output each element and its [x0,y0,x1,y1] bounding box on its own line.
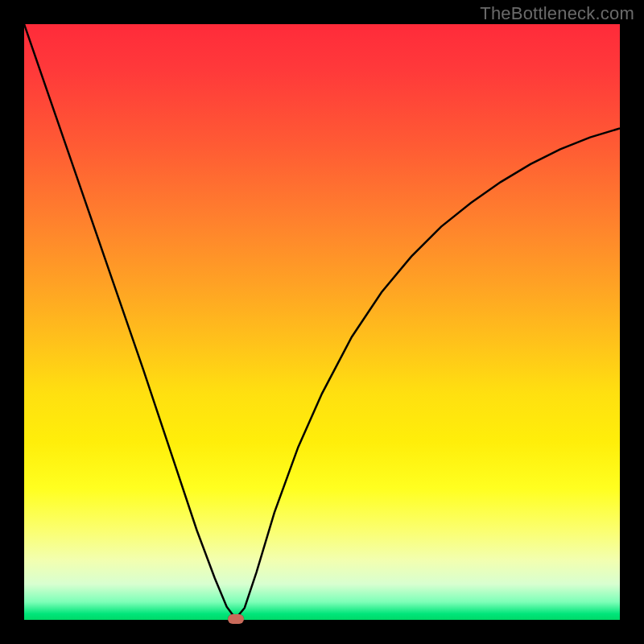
curve-layer [24,24,620,620]
watermark-label: TheBottleneck.com [480,3,634,24]
bottleneck-curve [24,24,620,619]
minimum-marker [228,614,244,624]
plot-area [24,24,620,620]
chart-wrap: TheBottleneck.com [0,0,644,644]
